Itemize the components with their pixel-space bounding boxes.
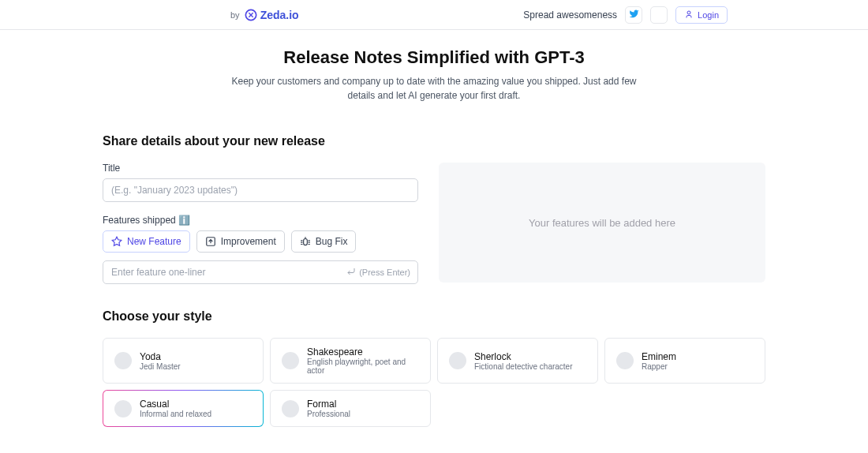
- press-enter-hint: (Press Enter): [346, 267, 410, 278]
- svg-marker-2: [112, 237, 122, 245]
- feature-type-bug-fix[interactable]: Bug Fix: [291, 230, 357, 253]
- avatar: [282, 352, 299, 369]
- style-card-eminem[interactable]: Eminem Rapper: [604, 338, 765, 384]
- form-section-title: Share details about your new release: [103, 134, 765, 148]
- avatar: [616, 352, 634, 369]
- style-name: Yoda: [140, 351, 181, 362]
- star-icon: [111, 236, 122, 247]
- avatar: [449, 352, 466, 369]
- avatar: [114, 400, 132, 417]
- style-card-formal[interactable]: Formal Professional: [270, 390, 431, 427]
- style-name: Shakespeare: [307, 346, 419, 358]
- preview-placeholder: Your features will be added here: [529, 217, 675, 229]
- title-input[interactable]: [103, 178, 418, 202]
- style-name: Casual: [140, 399, 211, 410]
- style-desc: Fictional detective character: [474, 362, 573, 371]
- style-card-yoda[interactable]: Yoda Jedi Master: [103, 338, 264, 384]
- feature-type-label: Bug Fix: [316, 236, 348, 247]
- style-section-title: Choose your style: [103, 309, 765, 324]
- style-desc: Rapper: [642, 362, 676, 371]
- zeda-logo-icon: [245, 9, 257, 21]
- bug-icon: [300, 236, 311, 247]
- arrow-up-icon: [205, 236, 216, 247]
- login-button[interactable]: Login: [675, 6, 728, 24]
- style-card-shakespeare[interactable]: Shakespeare English playwright, poet and…: [270, 338, 431, 384]
- style-desc: English playwright, poet and actor: [307, 358, 419, 375]
- zeda-logo[interactable]: Zeda.io: [245, 9, 299, 21]
- spread-awesomeness-label: Spread awesomeness: [523, 9, 617, 21]
- page-title: Release Notes Simplified with GPT-3: [0, 47, 868, 68]
- svg-point-1: [687, 11, 690, 14]
- style-desc: Informal and relaxed: [140, 410, 211, 418]
- login-label: Login: [698, 10, 719, 20]
- svg-rect-4: [303, 239, 307, 245]
- style-card-sherlock[interactable]: Sherlock Fictional detective character: [437, 338, 598, 384]
- features-preview: Your features will be added here: [439, 163, 765, 283]
- features-label: Features shipped ℹ️: [103, 215, 418, 226]
- avatar: [114, 352, 132, 369]
- avatar: [282, 400, 299, 417]
- feature-type-new-feature[interactable]: New Feature: [103, 230, 190, 253]
- style-card-casual[interactable]: Casual Informal and relaxed: [103, 390, 264, 427]
- style-name: Formal: [307, 399, 350, 410]
- feature-type-improvement[interactable]: Improvement: [196, 230, 285, 253]
- style-name: Eminem: [642, 351, 676, 362]
- style-desc: Jedi Master: [140, 362, 181, 371]
- twitter-button[interactable]: [625, 6, 642, 24]
- by-label: by: [230, 10, 240, 20]
- style-name: Sherlock: [474, 351, 573, 362]
- twitter-icon: [629, 9, 639, 21]
- feature-type-label: New Feature: [127, 236, 181, 247]
- feature-type-label: Improvement: [221, 236, 276, 247]
- title-label: Title: [103, 163, 418, 174]
- zeda-logo-text: Zeda.io: [260, 9, 299, 21]
- share-button[interactable]: [650, 6, 668, 24]
- style-desc: Professional: [307, 410, 350, 418]
- page-subtitle: Keep your customers and company up to da…: [221, 74, 647, 103]
- user-icon: [684, 9, 694, 21]
- enter-icon: [346, 267, 356, 278]
